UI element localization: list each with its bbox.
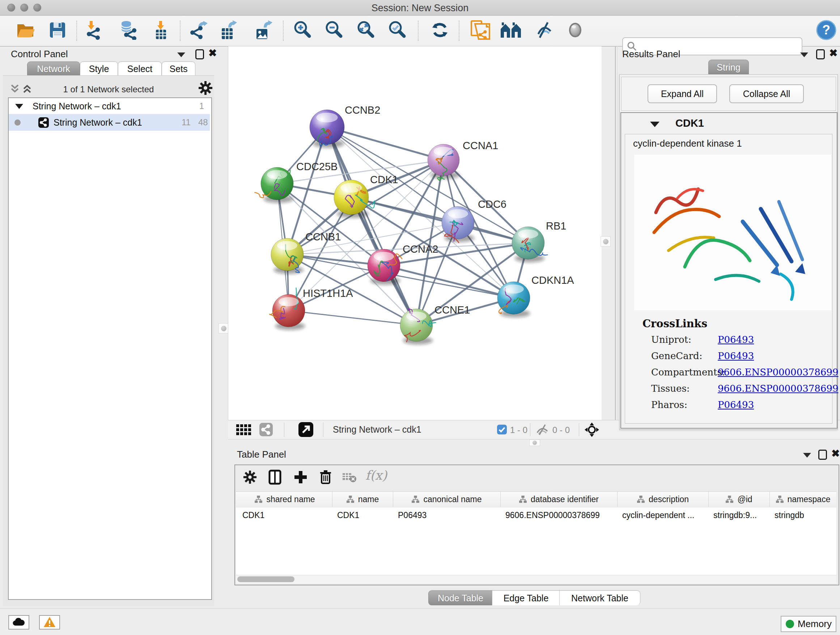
tab-edge-table[interactable]: Edge Table	[492, 591, 560, 605]
float-panel-icon[interactable]	[195, 49, 204, 61]
detach-view-icon[interactable]	[298, 422, 313, 439]
table-row-cell[interactable]: 9606.ENSP00000378699	[500, 508, 617, 523]
network-thumbnail-icon[interactable]	[259, 423, 273, 438]
import-network-file-icon[interactable]	[84, 20, 103, 41]
network-node-ccnb1[interactable]	[271, 238, 303, 272]
selected-nodes-checkbox[interactable]	[497, 424, 507, 434]
export-table-icon[interactable]	[219, 20, 238, 41]
network-tab-content: 1 of 1 Network selected String Network –…	[3, 75, 214, 606]
network-canvas[interactable]: CCNB2CCNA1CDC25BCDK1CDC6RB1CCNB1CCNA2CDK…	[228, 46, 602, 420]
string-results-container: Expand All Collapse All CDK1 cyclin-depe…	[619, 74, 838, 430]
tab-string[interactable]: String	[708, 60, 749, 74]
column-header-description[interactable]: description	[617, 492, 709, 507]
table-hscrollbar-thumb[interactable]	[237, 576, 294, 582]
string-home-icon[interactable]	[500, 21, 522, 41]
crosslink-pharos-link[interactable]: P06493	[718, 399, 754, 410]
close-panel-icon[interactable]: ✖	[829, 47, 837, 59]
zoom-fit-icon[interactable]	[356, 20, 376, 41]
column-tree-icon	[725, 495, 734, 504]
column-header-canonical-name[interactable]: canonical name	[393, 492, 501, 507]
open-session-icon[interactable]	[16, 21, 35, 41]
show-glass-icon[interactable]	[565, 20, 585, 41]
table-row-cell[interactable]: cyclin-dependent ...	[617, 508, 708, 523]
crosslink-label: Uniprot:	[651, 334, 691, 345]
crosslink-tissues-link[interactable]: 9606.ENSP00000378699	[718, 383, 838, 394]
export-image-icon[interactable]	[254, 20, 273, 41]
cloud-status-button[interactable]	[8, 615, 29, 630]
table-hscrollbar-track[interactable]	[236, 575, 836, 584]
selected-counts: 1 - 0	[510, 425, 527, 435]
column-header-name[interactable]: name	[332, 492, 393, 507]
table-row-cell[interactable]: CDK1	[237, 508, 332, 523]
export-network-icon[interactable]	[189, 20, 209, 41]
function-builder-icon[interactable]: f(x)	[365, 468, 387, 483]
network-row-selected[interactable]: String Network – cdk1 11 48	[9, 114, 210, 131]
delete-column-icon[interactable]	[319, 469, 332, 486]
network-node-label: CCNA2	[403, 243, 438, 255]
birds-eye-view-icon[interactable]	[584, 422, 600, 439]
memory-button[interactable]: Memory	[781, 616, 836, 632]
warning-status-button[interactable]	[39, 615, 60, 630]
hidden-elements-icon[interactable]	[535, 424, 549, 437]
zoom-out-icon[interactable]	[324, 20, 344, 41]
crosslink-genecard-link[interactable]: P06493	[718, 350, 754, 361]
tab-select[interactable]: Select	[118, 62, 162, 76]
close-panel-icon[interactable]: ✖	[208, 47, 217, 59]
column-header-shared-name[interactable]: shared name	[237, 492, 332, 507]
refresh-icon[interactable]	[430, 20, 450, 41]
column-tree-icon	[346, 495, 355, 504]
tree-expander-icon[interactable]	[15, 104, 23, 109]
float-panel-icon[interactable]	[818, 450, 827, 461]
column-header-database-identifier[interactable]: database identifier	[500, 492, 617, 507]
table-row-cell[interactable]: CDK1	[332, 508, 393, 523]
delete-table-icon[interactable]	[342, 472, 357, 485]
network-from-clipboard-icon[interactable]	[470, 19, 490, 42]
column-header-id[interactable]: @id	[708, 492, 770, 507]
horizontal-splitter-handle[interactable]	[529, 440, 540, 446]
table-row-cell[interactable]: P06493	[393, 508, 500, 523]
float-panel-icon[interactable]	[816, 49, 825, 61]
collapse-panel-icon[interactable]	[800, 52, 808, 59]
table-row-cell[interactable]: stringdb:9...	[708, 508, 769, 523]
network-edge[interactable]	[384, 265, 514, 298]
tab-style[interactable]: Style	[80, 62, 118, 76]
collapse-panel-icon[interactable]	[803, 453, 811, 459]
network-node-rb1[interactable]	[512, 226, 548, 259]
network-collection-row[interactable]: String Network – cdk1 1	[9, 99, 210, 114]
import-network-database-icon[interactable]	[118, 20, 139, 41]
network-options-gear-icon[interactable]	[198, 81, 213, 97]
crosslink-uniprot-link[interactable]: P06493	[718, 334, 754, 345]
table-row-cell[interactable]: stringdb	[769, 508, 836, 523]
collapse-panel-icon[interactable]	[177, 52, 185, 59]
tab-network-table[interactable]: Network Table	[559, 591, 640, 605]
collapse-all-button[interactable]: Collapse All	[729, 84, 804, 103]
show-columns-icon[interactable]	[268, 470, 281, 486]
expand-all-button[interactable]: Expand All	[647, 84, 717, 103]
network-node-cdk1[interactable]	[334, 180, 375, 215]
save-session-icon[interactable]	[48, 21, 67, 41]
network-edge[interactable]	[289, 310, 416, 325]
network-view-indicator-icon	[14, 119, 21, 126]
network-node-label: CDC25B	[296, 161, 338, 172]
help-icon[interactable]: ?	[816, 20, 836, 42]
node-details-expander-icon[interactable]	[650, 122, 660, 127]
tab-sets[interactable]: Sets	[162, 62, 195, 76]
close-panel-icon[interactable]: ✖	[831, 448, 840, 459]
grid-view-icon[interactable]	[236, 424, 251, 437]
tab-network[interactable]: Network	[27, 62, 80, 76]
import-table-file-icon[interactable]	[151, 20, 171, 41]
network-node-cdkn1a[interactable]	[497, 282, 530, 314]
zoom-in-icon[interactable]	[293, 20, 312, 41]
crosslink-label: GeneCard:	[651, 350, 703, 361]
add-column-icon[interactable]	[294, 470, 308, 486]
network-node-cdc25b[interactable]	[255, 167, 294, 200]
crosslink-compartments-link[interactable]: 9606.ENSP00000378699	[718, 367, 838, 378]
left-splitter-handle[interactable]	[218, 323, 229, 333]
network-node-ccna2[interactable]	[368, 249, 402, 282]
zoom-selected-icon[interactable]	[387, 20, 407, 41]
right-splitter-handle[interactable]	[600, 236, 611, 247]
hide-glass-icon[interactable]	[535, 20, 554, 41]
column-header-namespace[interactable]: namespace	[769, 492, 836, 507]
table-options-gear-icon[interactable]	[243, 470, 257, 486]
tab-node-table[interactable]: Node Table	[428, 591, 493, 605]
